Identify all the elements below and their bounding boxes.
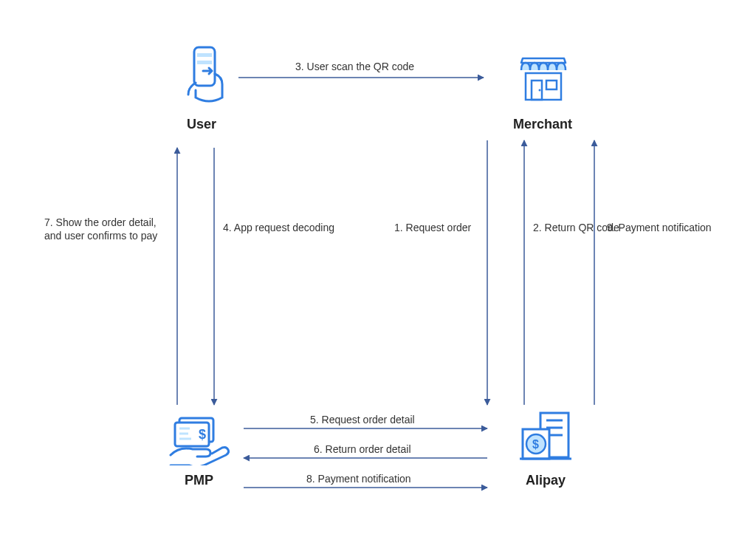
edge-9-label: 9. Payment notification	[607, 222, 712, 233]
merchant-label: Merchant	[513, 117, 572, 132]
svg-rect-11	[197, 61, 212, 64]
svg-rect-9	[194, 47, 215, 86]
edge-8-label: 8. Payment notification	[306, 473, 411, 485]
pmp-label: PMP	[185, 473, 213, 488]
alipay-building-icon: $	[517, 410, 574, 463]
edge-3-label: 3. User scan the QR code	[295, 61, 414, 72]
edge-7-label: 7. Show the order detail, and user confi…	[44, 216, 157, 242]
user-label: User	[187, 117, 216, 132]
merchant-store-icon	[517, 55, 570, 104]
edge-1-label: 1. Request order	[394, 222, 471, 233]
user-phone-icon	[181, 44, 228, 103]
edge-6-label: 6. Return order detail	[314, 443, 411, 455]
svg-point-15	[539, 89, 541, 92]
svg-rect-14	[546, 81, 557, 89]
pmp-hand-money-icon: $	[166, 414, 230, 465]
svg-text:$: $	[199, 427, 206, 442]
svg-rect-10	[197, 53, 212, 57]
svg-text:$: $	[532, 438, 539, 451]
alipay-label: Alipay	[526, 473, 566, 488]
edge-5-label: 5. Request order detail	[310, 414, 415, 426]
edge-4-label: 4. App request decoding	[223, 222, 334, 233]
